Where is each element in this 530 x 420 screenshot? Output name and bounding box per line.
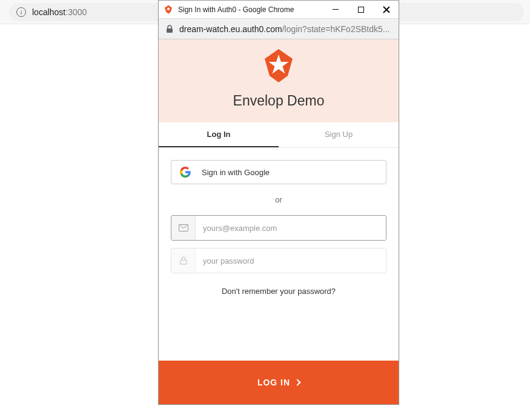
chevron-right-icon [294,379,300,385]
login-form: Sign in with Google or Don't remember yo… [159,148,399,308]
info-icon: i [16,7,26,17]
auth-tabs: Log In Sign Up [159,122,399,148]
popup-urlbar: dream-watch.eu.auth0.com/login?state=hKF… [159,19,399,39]
window-controls [328,2,394,17]
login-submit-button[interactable]: LOG IN [159,361,399,404]
lock-icon [166,25,173,33]
parent-url-host: localhost [32,7,65,17]
popup-window: Sign In with Auth0 - Google Chrome dream… [158,0,399,405]
window-titlebar: Sign In with Auth0 - Google Chrome [159,1,399,19]
password-field[interactable] [196,248,386,273]
minimize-button[interactable] [328,2,343,17]
app-title: Envelop Demo [159,93,399,109]
parent-url-port: :3000 [65,7,87,17]
parent-url: localhost:3000 [32,7,87,17]
password-input-group [171,248,386,273]
password-lock-icon [180,256,187,265]
popup-url-domain: dream-watch.eu.auth0.com [179,24,282,34]
close-icon [383,6,390,13]
or-divider: or [171,195,386,204]
google-icon [180,167,191,178]
window-title: Sign In with Auth0 - Google Chrome [178,5,322,14]
maximize-icon [358,7,364,13]
auth0-logo-icon [262,48,295,84]
svg-rect-0 [167,28,173,33]
password-icon-box [171,248,196,273]
minimize-icon [333,9,339,10]
email-field[interactable] [196,216,386,240]
login-submit-label: LOG IN [257,378,290,387]
popup-url: dream-watch.eu.auth0.com/login?state=hKF… [179,24,389,34]
email-input-group [171,215,386,241]
auth0-favicon-icon [164,5,173,15]
google-button-label: Sign in with Google [202,168,270,177]
close-button[interactable] [379,2,394,17]
email-icon [179,224,188,232]
popup-url-path: /login?state=hKFo2SBtdk5... [282,24,390,34]
google-signin-button[interactable]: Sign in with Google [171,160,386,184]
maximize-button[interactable] [354,2,368,17]
tab-login[interactable]: Log In [159,122,279,147]
forgot-password-link[interactable]: Don't remember your password? [171,287,386,296]
auth-header: Envelop Demo [159,39,399,122]
tab-signup[interactable]: Sign Up [279,122,399,147]
email-icon-box [171,216,196,240]
svg-rect-2 [181,260,187,264]
